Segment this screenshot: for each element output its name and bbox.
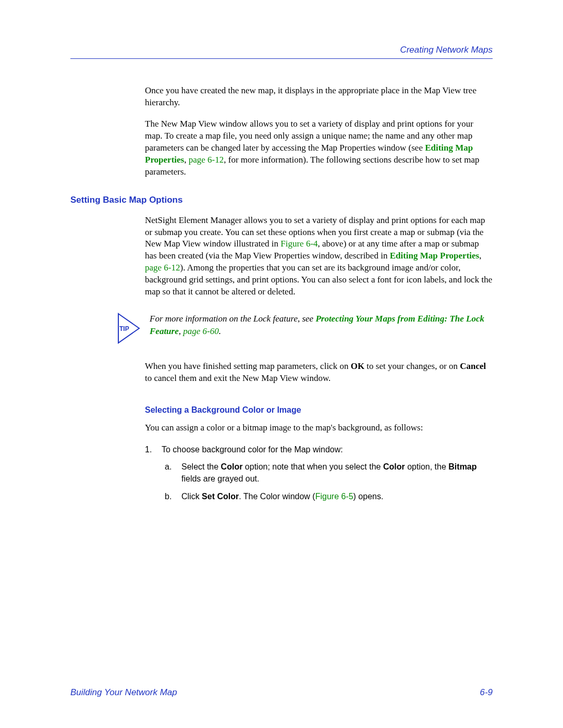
figure-ref-6-5[interactable]: Figure 6-5	[315, 492, 353, 501]
intro-paragraph-1: Once you have created the new map, it di…	[145, 85, 493, 109]
header-section-title: Creating Network Maps	[400, 45, 493, 55]
after-tip-block: When you have finished setting map param…	[145, 361, 493, 385]
cancel-label: Cancel	[460, 361, 486, 371]
tip-callout: TIP For more information on the Lock fea…	[117, 313, 493, 346]
page-ref-6-60[interactable]: page 6-60	[183, 326, 218, 336]
section1-body: NetSight Element Manager allows you to s…	[145, 215, 493, 299]
section1-paragraph: NetSight Element Manager allows you to s…	[145, 215, 493, 299]
page-ref-6-12[interactable]: page 6-12	[189, 155, 224, 165]
step-1-substeps: a. Select the Color option; note that wh…	[165, 461, 493, 502]
section2-lead-text: You can assign a color or a bitmap image…	[145, 422, 493, 434]
footer-chapter-title: Building Your Network Map	[70, 687, 177, 698]
intro-paragraph-2: The New Map View window allows you to se…	[145, 118, 493, 178]
heading-selecting-background: Selecting a Background Color or Image	[145, 405, 493, 415]
svg-text:TIP: TIP	[119, 325, 129, 332]
tip-text: For more information on the Lock feature…	[150, 313, 493, 338]
figure-ref-6-4[interactable]: Figure 6-4	[280, 239, 317, 249]
step-1a: a. Select the Color option; note that wh…	[165, 461, 493, 485]
intro-block: Once you have created the new map, it di…	[145, 85, 493, 178]
page-ref-6-12-b[interactable]: page 6-12	[145, 263, 180, 273]
step-1b: b. Click Set Color. The Color window (Fi…	[165, 490, 493, 502]
page-footer: Building Your Network Map 6-9	[70, 687, 493, 698]
tip-icon: TIP	[117, 313, 140, 346]
footer-page-number: 6-9	[480, 687, 493, 698]
step-1: 1. To choose background color for the Ma…	[145, 443, 493, 455]
ok-label: OK	[351, 361, 364, 371]
after-tip-paragraph: When you have finished setting map param…	[145, 361, 493, 385]
ordered-steps: 1. To choose background color for the Ma…	[145, 443, 493, 502]
link-editing-map-properties-2[interactable]: Editing Map Properties	[390, 251, 480, 261]
page-header: Creating Network Maps	[70, 45, 493, 59]
heading-setting-basic-map-options: Setting Basic Map Options	[70, 195, 493, 205]
page: Creating Network Maps Once you have crea…	[0, 0, 563, 728]
section2-lead: You can assign a color or a bitmap image…	[145, 422, 493, 434]
